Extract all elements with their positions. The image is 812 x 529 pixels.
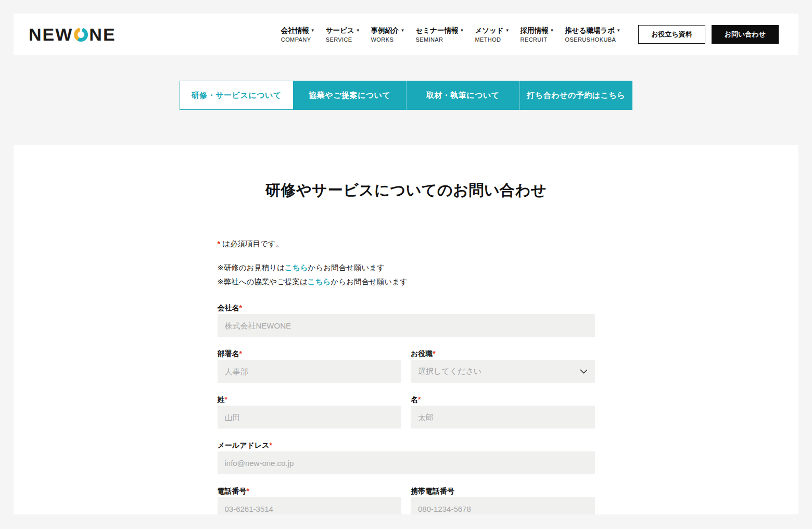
- chevron-down-icon: ▼: [401, 28, 405, 33]
- nav-label-ja: 推せる職場ラボ: [565, 27, 615, 34]
- chevron-down-icon: ▼: [356, 28, 360, 33]
- logo-text-pre: NEW: [29, 26, 73, 43]
- nav-label-en: SERVICE: [326, 36, 360, 43]
- newone-logo[interactable]: NEW NE: [29, 26, 116, 43]
- first-name-input[interactable]: [411, 406, 595, 429]
- field-label: お役職*: [411, 349, 595, 358]
- logo-text-post: NE: [89, 26, 116, 43]
- phone-input[interactable]: [218, 497, 402, 514]
- nav-label-en: METHOD: [475, 36, 509, 43]
- header-buttons: お役立ち資料 お問い合わせ: [638, 25, 779, 44]
- contact-tabs-section: 研修・サービスについて協業やご提案について取材・執筆について打ち合わせの予約はこ…: [14, 81, 798, 110]
- department-input[interactable]: [218, 360, 402, 383]
- company-name-input[interactable]: [218, 314, 595, 337]
- field-first-name: 名*: [411, 395, 595, 429]
- field-label: 電話番号*: [218, 487, 402, 495]
- field-last-name: 姓*: [218, 395, 402, 429]
- contact-button[interactable]: お問い合わせ: [712, 25, 779, 44]
- note-line-collaboration: ※弊社への協業やご提案はこちらからお問合せ願います: [218, 275, 595, 289]
- nav-label-ja: 事例紹介: [371, 27, 399, 34]
- field-department: 部署名*: [218, 349, 402, 383]
- nav-label-ja: 会社情報: [281, 27, 309, 34]
- nav-item-method[interactable]: メソッド▼ METHOD: [475, 26, 509, 43]
- chevron-down-icon: ▼: [550, 28, 554, 33]
- mobile-phone-input[interactable]: [411, 497, 595, 514]
- nav-item-works[interactable]: 事例紹介▼ WORKS: [371, 26, 405, 43]
- nav-label-en: OSERUSHOKUBA: [565, 36, 620, 43]
- chevron-down-icon: ▼: [505, 28, 510, 33]
- form-notes: ※研修のお見積りはこちらからお問合せ願います ※弊社への協業やご提案はこちらから…: [218, 261, 595, 289]
- contact-tabs: 研修・サービスについて協業やご提案について取材・執筆について打ち合わせの予約はこ…: [180, 81, 632, 110]
- chevron-down-icon: [580, 369, 588, 374]
- note-post: からお問合せ願います: [331, 278, 407, 286]
- tab-meeting-reservation[interactable]: 打ち合わせの予約はこちら: [519, 81, 633, 110]
- nav-item-seminar[interactable]: セミナー情報▼ SEMINAR: [416, 26, 464, 43]
- field-email: メールアドレス*: [218, 441, 595, 474]
- contact-form-card: 研修やサービスについてのお問い合わせ *は必須項目です。 ※研修のお見積りはこち…: [14, 145, 798, 514]
- field-position: お役職* 選択してください: [411, 349, 595, 383]
- select-value: 選択してください: [418, 367, 481, 376]
- field-phone: 電話番号*: [218, 487, 402, 514]
- form-wrap: *は必須項目です。 ※研修のお見積りはこちらからお問合せ願います ※弊社への協業…: [218, 238, 595, 514]
- required-note-text: は必須項目です。: [222, 240, 283, 248]
- note-post: からお問合せ願います: [308, 263, 385, 272]
- tab-collaboration[interactable]: 協業やご提案について: [294, 81, 407, 110]
- nav-label-en: COMPANY: [281, 36, 315, 43]
- nav-item-service[interactable]: サービス▼ SERVICE: [326, 26, 360, 43]
- nav-label-ja: サービス: [326, 27, 354, 34]
- site-header: NEW NE 会社情報▼ COMPANY サービス▼ SERVICE 事例紹介▼…: [14, 14, 798, 55]
- field-label: 姓*: [218, 395, 402, 404]
- nav-label-en: WORKS: [371, 36, 405, 43]
- field-label: 会社名*: [218, 304, 595, 312]
- field-label: 部署名*: [218, 349, 402, 358]
- email-input[interactable]: [218, 451, 595, 474]
- tab-interview-writing[interactable]: 取材・執筆について: [406, 81, 519, 110]
- estimate-link[interactable]: こちら: [285, 263, 308, 272]
- chevron-down-icon: ▼: [311, 28, 315, 33]
- nav-label-en: SEMINAR: [416, 36, 464, 43]
- chevron-down-icon: ▼: [616, 28, 620, 33]
- required-note: *は必須項目です。: [218, 238, 595, 249]
- header-right: 会社情報▼ COMPANY サービス▼ SERVICE 事例紹介▼ WORKS …: [281, 25, 779, 44]
- position-select[interactable]: 選択してください: [411, 360, 595, 383]
- nav-label-en: RECRUIT: [521, 36, 554, 43]
- chevron-down-icon: ▼: [460, 28, 464, 33]
- nav-item-oserushokuba[interactable]: 推せる職場ラボ▼ OSERUSHOKUBA: [565, 26, 620, 43]
- field-label: 携帯電話番号: [411, 487, 595, 495]
- nav-item-recruit[interactable]: 採用情報▼ RECRUIT: [521, 26, 554, 43]
- field-label: 名*: [411, 395, 595, 404]
- nav-label-ja: メソッド: [475, 27, 503, 34]
- page-frame: NEW NE 会社情報▼ COMPANY サービス▼ SERVICE 事例紹介▼…: [14, 14, 798, 514]
- collaboration-link[interactable]: こちら: [308, 278, 331, 286]
- note-pre: ※研修のお見積りは: [218, 263, 285, 272]
- page-title: 研修やサービスについてのお問い合わせ: [14, 180, 798, 200]
- main-nav: 会社情報▼ COMPANY サービス▼ SERVICE 事例紹介▼ WORKS …: [281, 26, 620, 43]
- documents-button[interactable]: お役立ち資料: [638, 25, 705, 44]
- nav-label-ja: セミナー情報: [416, 27, 459, 34]
- nav-label-ja: 採用情報: [521, 27, 549, 34]
- nav-item-company[interactable]: 会社情報▼ COMPANY: [281, 26, 315, 43]
- logo-o-icon: [74, 28, 88, 42]
- tab-training-service[interactable]: 研修・サービスについて: [180, 81, 294, 110]
- contact-form: 会社名* 部署名* お役職* 選択してください 姓* 名* メールアドレス* 電…: [218, 304, 595, 514]
- note-line-estimate: ※研修のお見積りはこちらからお問合せ願います: [218, 261, 595, 275]
- field-label: メールアドレス*: [218, 441, 595, 449]
- required-asterisk: *: [218, 240, 221, 248]
- field-mobile-phone: 携帯電話番号: [411, 487, 595, 514]
- last-name-input[interactable]: [218, 406, 402, 429]
- field-company-name: 会社名*: [218, 304, 595, 337]
- note-pre: ※弊社への協業やご提案は: [218, 278, 308, 286]
